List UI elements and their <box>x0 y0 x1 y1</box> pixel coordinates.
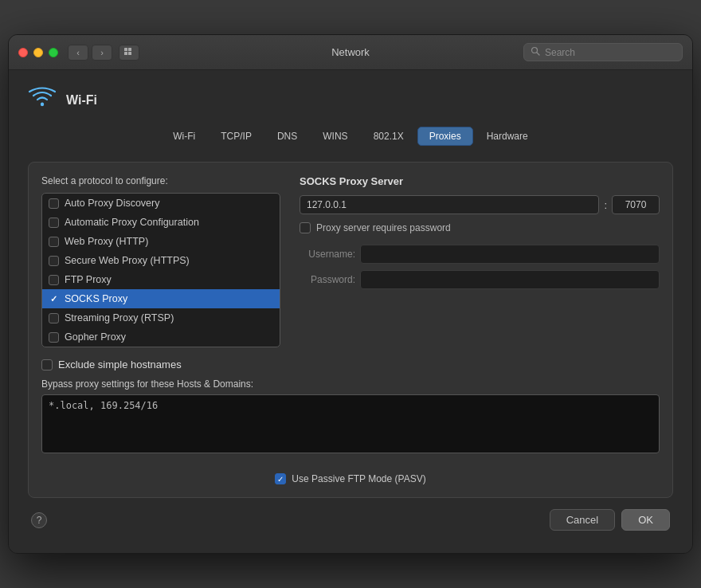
search-icon <box>531 46 540 58</box>
list-item[interactable]: FTP Proxy <box>42 270 280 289</box>
tab-hardware[interactable]: Hardware <box>475 127 540 146</box>
grid-button[interactable] <box>119 45 139 61</box>
checkbox-require-password[interactable] <box>300 222 311 233</box>
password-field-label: Password: <box>300 274 355 285</box>
footer-buttons: Cancel OK <box>550 509 670 531</box>
tab-dns[interactable]: DNS <box>265 127 309 146</box>
protocol-label: SOCKS Proxy <box>65 293 127 304</box>
bottom-options: Exclude simple hostnames Bypass proxy se… <box>41 359 660 484</box>
server-row: : <box>300 195 660 214</box>
checkbox-gopher-proxy[interactable] <box>49 332 59 343</box>
passive-ftp-label: Use Passive FTP Mode (PASV) <box>292 473 425 484</box>
checkbox-web-proxy-http[interactable] <box>49 237 59 247</box>
wifi-header: Wi-Fi <box>28 86 673 114</box>
password-row: Proxy server requires password <box>300 222 660 233</box>
protocol-label: FTP Proxy <box>65 274 112 285</box>
svg-rect-3 <box>128 52 131 55</box>
list-item[interactable]: Gopher Proxy <box>42 327 280 347</box>
tab-8021x[interactable]: 802.1X <box>362 127 416 146</box>
help-button[interactable]: ? <box>31 512 47 528</box>
username-row: Username: <box>300 245 660 264</box>
section-label: Select a protocol to configure: <box>41 175 280 186</box>
content-area: Wi-Fi Wi-Fi TCP/IP DNS WINS 802.1X Proxi… <box>9 70 692 553</box>
tab-tcpip[interactable]: TCP/IP <box>209 127 264 146</box>
exclude-label: Exclude simple hostnames <box>58 359 182 370</box>
checkbox-auto-proxy-discovery[interactable] <box>49 198 59 209</box>
checkbox-exclude-hostnames[interactable] <box>41 359 53 370</box>
maximize-button[interactable] <box>49 48 58 57</box>
protocol-label: Automatic Proxy Configuration <box>65 217 199 228</box>
protocol-label: Secure Web Proxy (HTTPS) <box>65 255 190 266</box>
svg-line-5 <box>537 53 539 55</box>
tabs-bar: Wi-Fi TCP/IP DNS WINS 802.1X Proxies Har… <box>28 127 673 146</box>
bypass-label: Bypass proxy settings for these Hosts & … <box>41 378 660 390</box>
protocol-label: Gopher Proxy <box>65 331 126 343</box>
protocol-label: Streaming Proxy (RTSP) <box>65 312 174 323</box>
tab-wins[interactable]: WINS <box>311 127 359 146</box>
passive-ftp-row: ✓ Use Passive FTP Mode (PASV) <box>41 465 660 484</box>
checkmark-icon: ✓ <box>50 294 57 304</box>
checkbox-automatic-proxy-config[interactable] <box>49 218 59 228</box>
svg-rect-0 <box>124 48 127 51</box>
username-label: Username: <box>300 249 355 260</box>
colon-separator: : <box>604 199 607 211</box>
minimize-button[interactable] <box>33 48 43 57</box>
main-panel: Select a protocol to configure: Auto Pro… <box>28 162 673 498</box>
svg-rect-1 <box>128 48 131 51</box>
network-window: ‹ › Network <box>8 34 693 554</box>
panel-row: Select a protocol to configure: Auto Pro… <box>41 175 660 347</box>
checkbox-ftp-proxy[interactable] <box>49 275 59 285</box>
search-input[interactable] <box>545 47 676 58</box>
require-password-label: Proxy server requires password <box>316 222 451 233</box>
svg-point-6 <box>41 103 44 106</box>
socks-proxy-title: SOCKS Proxy Server <box>300 175 660 187</box>
protocol-list: Auto Proxy Discovery Automatic Proxy Con… <box>41 193 280 347</box>
checkbox-secure-web-proxy[interactable] <box>49 256 59 266</box>
checkbox-passive-ftp[interactable]: ✓ <box>275 473 286 484</box>
wifi-icon <box>28 86 57 114</box>
footer: ? Cancel OK <box>28 498 673 534</box>
svg-rect-2 <box>124 52 127 55</box>
exclude-row: Exclude simple hostnames <box>41 359 660 370</box>
cancel-button[interactable]: Cancel <box>550 509 615 531</box>
wifi-label: Wi-Fi <box>66 93 97 108</box>
password-field-row: Password: <box>300 270 660 289</box>
list-item[interactable]: Web Proxy (HTTP) <box>42 232 280 251</box>
checkbox-streaming-proxy[interactable] <box>49 313 59 323</box>
bypass-textarea[interactable]: *.local, 169.254/16 <box>41 394 660 453</box>
svg-point-4 <box>532 48 538 53</box>
right-panel: SOCKS Proxy Server : Proxy server requir… <box>300 175 660 347</box>
username-input[interactable] <box>360 245 660 264</box>
list-item[interactable]: Streaming Proxy (RTSP) <box>42 308 280 327</box>
search-box <box>523 43 683 61</box>
titlebar: ‹ › Network <box>9 35 692 70</box>
socks-proxy-item[interactable]: ✓ SOCKS Proxy <box>42 289 280 308</box>
password-input[interactable] <box>360 270 660 289</box>
list-item[interactable]: Secure Web Proxy (HTTPS) <box>42 251 280 270</box>
checkbox-socks-proxy[interactable]: ✓ <box>49 294 59 304</box>
back-button[interactable]: ‹ <box>68 45 88 61</box>
window-title: Network <box>331 46 370 58</box>
list-item[interactable]: Auto Proxy Discovery <box>42 194 280 213</box>
traffic-lights <box>18 48 58 57</box>
ok-button[interactable]: OK <box>621 509 670 531</box>
tab-proxies[interactable]: Proxies <box>417 127 473 146</box>
left-panel: Select a protocol to configure: Auto Pro… <box>41 175 280 347</box>
nav-buttons: ‹ › <box>68 45 139 61</box>
tab-wifi[interactable]: Wi-Fi <box>161 127 207 146</box>
protocol-label: Auto Proxy Discovery <box>65 198 159 209</box>
server-address-input[interactable] <box>300 195 599 214</box>
close-button[interactable] <box>18 48 28 57</box>
protocol-label: Web Proxy (HTTP) <box>65 236 148 247</box>
list-item[interactable]: Automatic Proxy Configuration <box>42 213 280 232</box>
forward-button[interactable]: › <box>92 45 112 61</box>
port-input[interactable] <box>612 195 660 214</box>
